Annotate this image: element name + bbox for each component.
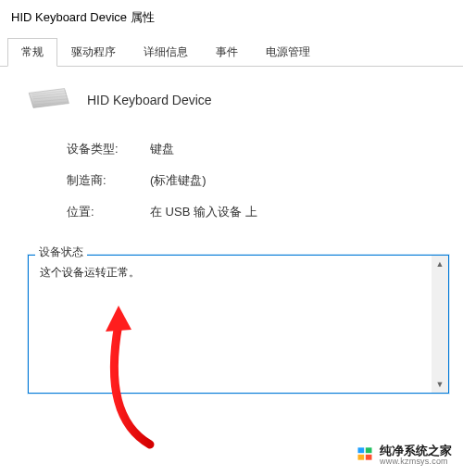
value-device-type: 键盘 [150,141,443,157]
window-title: HID Keyboard Device 属性 [0,0,463,33]
svg-rect-9 [366,455,372,460]
scrollbar[interactable]: ▲ ▼ [432,256,448,393]
label-location: 位置: [67,204,150,220]
row-location: 位置: 在 USB 输入设备 上 [20,204,443,220]
tab-content: HID Keyboard Device 设备类型: 键盘 制造商: (标准键盘)… [0,67,463,412]
watermark-cn: 纯净系统之家 [380,445,452,457]
tab-label: 详细信息 [144,45,188,58]
svg-rect-6 [358,447,365,453]
svg-rect-7 [366,447,372,453]
svg-rect-8 [358,455,365,460]
label-manufacturer: 制造商: [67,172,150,189]
device-header: HID Keyboard Device [26,85,443,115]
watermark: 纯净系统之家 www.kzmsys.com [356,445,452,467]
tab-label: 电源管理 [266,45,310,58]
value-manufacturer: (标准键盘) [150,172,443,189]
device-name: HID Keyboard Device [87,93,212,107]
scroll-down-icon[interactable]: ▼ [432,376,448,393]
tab-power[interactable]: 电源管理 [252,38,324,67]
tab-events[interactable]: 事件 [202,38,252,67]
status-text: 这个设备运转正常。 [40,266,140,279]
row-device-type: 设备类型: 键盘 [20,141,443,157]
status-textbox[interactable]: 这个设备运转正常。 ▲ ▼ [28,255,449,394]
tab-label: 驱动程序 [71,45,116,58]
watermark-logo-icon [356,445,374,467]
status-label: 设备状态 [35,244,87,260]
value-location: 在 USB 输入设备 上 [150,204,443,220]
label-device-type: 设备类型: [67,141,150,157]
watermark-url: www.kzmsys.com [380,457,452,466]
scroll-up-icon[interactable]: ▲ [432,256,448,272]
tab-label: 常规 [21,45,44,58]
status-section: 设备状态 这个设备运转正常。 ▲ ▼ [20,243,443,394]
watermark-text: 纯净系统之家 www.kzmsys.com [380,445,452,466]
tabs-bar: 常规 驱动程序 详细信息 事件 电源管理 [0,37,463,67]
tab-label: 事件 [216,45,238,58]
tab-driver[interactable]: 驱动程序 [57,38,130,67]
tab-details[interactable]: 详细信息 [130,38,202,67]
row-manufacturer: 制造商: (标准键盘) [20,172,443,189]
tab-general[interactable]: 常规 [7,38,57,67]
keyboard-icon [26,85,70,115]
